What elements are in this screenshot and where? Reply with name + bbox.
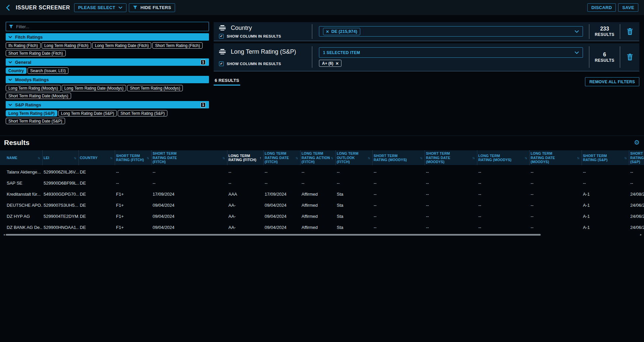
show-column-toggle[interactable]: ✔ SHOW COLUMN IN RESULTS [219,61,312,66]
column-header[interactable]: SHORT TERM RATING DATE (S&P) ↑↓ [629,150,644,165]
table-cell: 24/06/2024 [629,214,644,219]
sort-icon[interactable]: ↑↓ [147,156,149,160]
table-cell: -- [301,181,336,186]
table-row[interactable]: DZ HYP AG 5299004TE2DYM... DE F1+ 09/04/… [0,211,644,222]
filter-tag[interactable]: Long Term Rating Date (Moodys) [62,85,126,91]
scroll-left-icon[interactable]: ◂ [3,233,5,237]
table-cell: -- [373,214,425,219]
hide-filters-button[interactable]: HIDE FILTERS [129,3,175,12]
remove-value-icon[interactable]: × [326,29,329,34]
filter-tag[interactable]: Long Term Rating Date (Fitch) [92,42,152,49]
results-count-tab[interactable]: 6 RESULTS [214,77,240,86]
filter-tag[interactable]: Ifs Rating (Fitch) [6,42,41,49]
sort-icon[interactable]: ↑↓ [525,156,527,160]
column-header[interactable]: SHORT TERM RATING (MOODYS) ↑↓ [373,150,425,165]
remove-all-filters-button[interactable]: REMOVE ALL FILTERS [585,77,639,86]
filter-section-header[interactable]: S&P Ratings 1 [6,101,209,108]
table-cell: -- [530,181,582,186]
sort-icon[interactable]: ↑↓ [624,156,626,160]
table-cell: F1+ [115,214,152,219]
sort-icon[interactable]: ↑ [260,156,261,160]
sort-icon[interactable]: ↑↓ [222,156,224,160]
show-column-toggle[interactable]: ✔ SHOW COLUMN IN RESULTS [219,34,312,39]
delete-filter-button[interactable] [620,43,639,71]
filter-tag[interactable]: Short Term Rating (Moodys) [127,85,183,91]
filter-section-header[interactable]: Moodys Ratings [6,76,209,83]
show-column-label: SHOW COLUMN IN RESULTS [227,62,281,66]
column-header[interactable]: SHORT TERM RATING DATE (FITCH) ↑↓ [152,150,227,165]
discard-button[interactable]: DISCARD [587,3,616,12]
table-cell: 529900D6BF99L... [43,181,79,186]
column-header[interactable]: LONG TERM RATING DATE (FITCH) ↑↓ [264,150,301,165]
settings-gear-icon[interactable]: ⚙ [634,139,640,146]
table-row[interactable]: Talanx Aktienge... 5299006ZIILJ6V... DE … [0,166,644,178]
column-header[interactable]: LONG TERM RATING (FITCH) ↑ [227,150,264,165]
column-header[interactable]: NAME ↑↓ [6,150,43,165]
table-row[interactable]: Kreditanstalt für... 549300GDPG70... DE … [0,189,644,200]
hide-filters-label: HIDE FILTERS [141,5,171,10]
section-label: S&P Ratings [15,102,41,107]
sort-icon[interactable]: ↑↓ [331,156,333,160]
sort-icon[interactable]: ↑↓ [296,156,298,160]
column-header[interactable]: COUNTRY ↑↓ [79,150,115,165]
page-title: ISSUER SCREENER [16,5,70,11]
table-cell: 09/04/2024 [264,214,301,219]
column-header[interactable]: LONG TERM RATING ACTION (FITCH) ↑↓ [301,150,336,165]
table-cell: F1+ [115,192,152,197]
filter-tag[interactable]: Short Term Rating Date (Moodys) [6,93,71,99]
table-cell: -- [629,169,644,175]
section-label: Moodys Ratings [15,77,49,82]
filter-tag[interactable]: Short Term Rating (Fitch) [152,42,203,49]
table-cell: -- [477,169,530,175]
country-dropdown[interactable]: × DE (215,974) [319,26,583,37]
preset-select-dropdown[interactable]: PLEASE SELECT [74,3,126,12]
filter-tag[interactable]: Short Term Rating Date (Fitch) [6,50,66,56]
table-cell: -- [477,192,530,197]
horizontal-scrollbar: ◂ ▸ [0,233,644,237]
table-cell: 09/04/2024 [152,225,227,230]
table-cell: -- [477,203,530,208]
column-header[interactable]: LEI ↑↓ [43,150,79,165]
filter-section-header[interactable]: General 1 [6,58,209,66]
filter-tag[interactable]: Short Term Rating Date (S&P) [6,118,65,124]
column-header[interactable]: SHORT TERM RATING (FITCH) ↑↓ [115,150,152,165]
table-row[interactable]: SAP SE 529900D6BF99L... DE -- -- -- -- -… [0,178,644,189]
filter-tag[interactable]: Long Term Rating Date (S&P) [58,110,117,116]
column-header-label: SHORT TERM RATING DATE (S&P) [630,151,644,164]
column-header[interactable]: LONG TERM RATING (MOODYS) ↑↓ [477,150,530,165]
sort-icon[interactable]: ↑↓ [577,156,579,160]
table-row[interactable]: DZ BANK AG De... 529900HNOAA1... DE F1+ … [0,222,644,233]
table-row[interactable]: DEUTSCHE APO... 5299007S3UH5... DE F1+ 0… [0,200,644,211]
column-header[interactable]: LONG TERM OUTLOOK (FITCH) ↑↓ [336,150,373,165]
table-cell: -- [425,169,477,175]
scroll-right-icon[interactable]: ▸ [640,233,642,237]
rating-dropdown[interactable]: 1 SELECTED ITEM [319,47,583,58]
filter-section-header[interactable]: Fitch Ratings [6,33,209,41]
filter-tag[interactable]: Short Term Rating (S&P) [118,110,167,116]
filter-tag[interactable]: Search (Issuer, LEI) [28,67,68,74]
scrollbar-thumb[interactable] [6,234,541,236]
checkbox-checked-icon[interactable]: ✔ [219,34,224,39]
filter-input[interactable] [16,24,206,29]
checkbox-checked-icon[interactable]: ✔ [219,61,224,66]
back-button[interactable] [6,3,16,12]
table-cell: Talanx Aktienge... [6,169,43,175]
sort-icon[interactable]: ↑↓ [110,156,112,160]
sort-icon[interactable]: ↑↓ [420,156,422,160]
filter-section: S&P Ratings 1 Long Term Rating (S&P) Lon… [6,101,209,124]
sort-icon[interactable]: ↑↓ [74,156,76,160]
save-button[interactable]: SAVE [618,3,638,12]
filter-tag[interactable]: Long Term Rating (Fitch) [42,42,91,49]
column-header[interactable]: SHORT TERM RATING (S&P) ↑↓ [582,150,629,165]
sort-icon[interactable]: ↑↓ [368,156,370,160]
filter-tag[interactable]: Country [6,67,26,74]
column-header[interactable]: SHORT TERM RATING DATE (MOODYS) ↑↓ [425,150,477,165]
filter-tag[interactable]: Long Term Rating (S&P) [6,110,57,116]
filter-tag[interactable]: Long Term Rating (Moodys) [6,85,61,91]
column-header[interactable]: LONG TERM RATING DATE (MOODYS) ↑↓ [530,150,582,165]
remove-value-icon[interactable]: × [336,61,339,66]
sort-icon[interactable]: ↑↓ [38,156,40,160]
sort-icon[interactable]: ↑↓ [472,156,474,160]
delete-filter-button[interactable] [620,22,639,41]
table-cell: Kreditanstalt für... [6,192,43,197]
